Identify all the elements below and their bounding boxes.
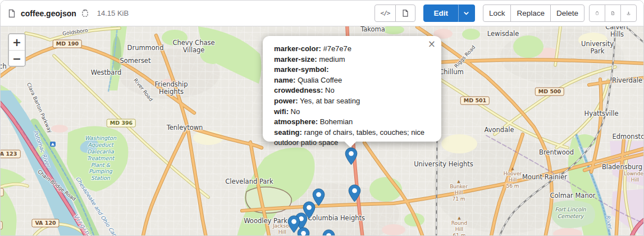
map-marker-pin[interactable]	[348, 184, 361, 202]
peak-label: Round Hill 61 m	[451, 220, 467, 235]
place-label: Chevy Chase Village	[172, 39, 214, 54]
zoom-in-button[interactable]: +	[9, 34, 25, 50]
copy-contents-button[interactable]	[589, 4, 605, 22]
map-canvas[interactable]: TakomachDrummondChevy Chase VillageSomer…	[1, 26, 643, 235]
place-label: Friendship Heights	[154, 81, 188, 96]
view-toggle: </>	[374, 4, 416, 22]
place-label: Colmar Manor	[550, 192, 596, 199]
feature-popup: × marker-color: #7e7e7emarker-size: medi…	[263, 36, 441, 142]
file-actions-group: Lock Replace Delete	[483, 4, 584, 22]
clipboard-copy-icon[interactable]	[81, 9, 89, 17]
place-label: Edmonston	[613, 133, 643, 140]
edit-dropdown-button[interactable]	[458, 4, 475, 22]
place-label: Chillum	[439, 69, 463, 76]
water-label: Potomac River	[32, 130, 51, 168]
edit-button[interactable]: Edit	[423, 4, 458, 22]
code-icon: </>	[381, 10, 390, 17]
popup-close-button[interactable]: ×	[428, 39, 436, 49]
place-label: Cleveland Park	[225, 178, 273, 185]
place-label: University Park	[574, 40, 620, 55]
area-label: Fort Lincoln Cemetery	[555, 206, 586, 220]
place-label: Columbia Heights	[308, 215, 365, 222]
file-size: 14.15 KiB	[97, 9, 129, 17]
shield-label: MD 396	[107, 119, 136, 128]
popup-property: name: Qualia Coffee	[274, 75, 430, 86]
place-label: Brentwood	[539, 149, 574, 156]
shield-label: 5	[1, 188, 3, 197]
state-label: Virginia	[71, 213, 95, 235]
place-label: ch	[1, 63, 7, 70]
road-label: Chain Bridge Road	[36, 169, 77, 202]
shield-label: 9	[1, 221, 2, 230]
download-button[interactable]	[620, 4, 637, 22]
map-marker-pin[interactable]	[322, 229, 335, 235]
peak-label: Hoover Hill 56 m	[504, 171, 522, 189]
road-label: Riggs Road	[453, 44, 476, 69]
place-label: Takoma	[360, 26, 385, 34]
shield-label: MD 500	[535, 88, 564, 96]
file-icon	[7, 9, 16, 18]
file-name: coffee.geojson	[21, 9, 76, 18]
popup-content: marker-color: #7e7e7emarker-size: medium…	[274, 44, 430, 148]
popup-property: marker-symbol:	[274, 65, 430, 75]
water-label: River	[604, 215, 613, 229]
view-rendered-button[interactable]	[395, 4, 415, 22]
shield-label: MD 190	[53, 40, 82, 48]
boat-ramp-icon	[50, 142, 56, 147]
map-zoom-control: + −	[8, 33, 26, 67]
place-label: Westbard	[91, 69, 121, 76]
shield-label: A 123	[1, 150, 20, 158]
road-label: Clara Barton Parkway	[26, 82, 53, 134]
place-label: Tenleytown	[167, 124, 203, 131]
popup-property: marker-size: medium	[274, 55, 430, 65]
place-label: Calvert Hills	[604, 26, 631, 38]
lock-button[interactable]: Lock	[483, 4, 511, 22]
view-source-button[interactable]: </>	[374, 4, 396, 22]
popup-property: crowdedness: No	[274, 85, 430, 96]
place-label: Avondale	[485, 126, 514, 134]
delete-button[interactable]: Delete	[550, 4, 584, 22]
road-label: Goldsboro	[62, 28, 89, 37]
peak-label: Bunker Hill 71 m	[450, 184, 468, 202]
popup-property: power: Yes, at bar seating	[274, 96, 430, 107]
clipboard-copy-icon	[595, 9, 599, 17]
open-raw-button[interactable]	[605, 4, 621, 22]
road-label: River Road	[133, 78, 154, 103]
geojson-file-viewer: coffee.geojson 14.15 KiB </> Edit	[0, 0, 644, 236]
download-icon	[627, 9, 631, 17]
file-toolbar: coffee.geojson 14.15 KiB </> Edit	[1, 1, 643, 26]
place-label: Hyattsville	[584, 110, 619, 117]
place-label: Bladensburg	[602, 164, 642, 171]
place-label: Riverdale	[612, 77, 642, 84]
shield-label: VA 120	[31, 219, 59, 228]
popup-property: wifi: No	[274, 107, 430, 117]
popup-property: marker-color: #7e7e7e	[274, 44, 430, 55]
place-label: Drummond	[127, 44, 164, 52]
replace-button[interactable]: Replace	[510, 4, 551, 22]
popup-property: atmosphere: Bohemian	[274, 117, 430, 128]
peak-label: Lowndes Hill	[624, 171, 643, 183]
place-label: University Heights	[414, 161, 473, 168]
place-label: Somerset	[120, 57, 151, 65]
place-label: Mount Rainier	[522, 174, 567, 181]
file-utility-group	[589, 4, 637, 22]
map-marker-pin[interactable]	[297, 227, 310, 235]
area-label: Washington Aqueduct Dalecarlia Treatment…	[85, 135, 116, 181]
raw-file-icon	[611, 9, 615, 17]
chevron-down-icon	[463, 10, 469, 16]
zoom-out-button[interactable]: −	[9, 50, 25, 66]
place-label: Lewisdale	[487, 30, 519, 38]
edit-split-button: Edit	[423, 4, 475, 22]
shield-label: MD 501	[460, 97, 490, 105]
document-icon	[401, 9, 409, 17]
map-marker-pin[interactable]	[345, 147, 358, 165]
